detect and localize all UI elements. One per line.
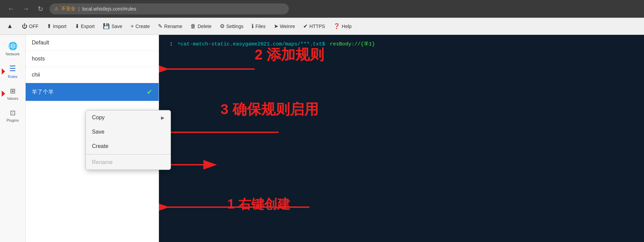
copy-label: Copy (92, 115, 105, 121)
delete-icon: 🗑 (190, 23, 196, 29)
plugins-label: Plugins (6, 118, 19, 122)
context-menu-save[interactable]: Save (86, 125, 171, 139)
forward-button[interactable]: → (21, 3, 31, 14)
files-icon: ℹ (252, 23, 254, 29)
delete-button[interactable]: 🗑 Delete (187, 21, 215, 31)
main-layout: 🌐 Network ☰ Rules ⊞ Values ⊡ Plugins Def… (0, 35, 644, 242)
toolbar: ▲ ⏻ OFF ⬆ Import ⬇ Export 💾 Save + Creat… (0, 18, 644, 35)
file-item-default[interactable]: Default (26, 35, 159, 51)
editor-line-1: 1 ^cat-match-static.easygame2021.com/map… (166, 40, 637, 49)
address-bar[interactable]: ⚠ 不安全 | local.whistlejs.com/#rules (50, 3, 289, 14)
https-button[interactable]: ✔ HTTPS (300, 21, 328, 31)
settings-icon: ⚙ (220, 23, 225, 29)
save-icon: 💾 (103, 23, 110, 29)
delete-label: Delete (198, 24, 211, 29)
help-button[interactable]: ❓ Help (330, 21, 355, 31)
weinre-label: Weinre (280, 24, 295, 29)
export-button[interactable]: ⬇ Export (71, 21, 98, 31)
security-label: 不安全 (61, 6, 76, 12)
plugins-icon: ⊡ (10, 109, 16, 117)
save-button[interactable]: 💾 Save (99, 21, 126, 31)
rename-button[interactable]: ✎ Rename (155, 21, 186, 31)
warning-icon: ⚠ (54, 6, 58, 11)
sidebar-item-values[interactable]: ⊞ Values (1, 83, 24, 104)
export-label: Export (81, 24, 95, 29)
step2-arrow-svg (159, 62, 268, 83)
line-number: 1 (166, 40, 173, 49)
rules-icon: ☰ (9, 64, 16, 73)
save-label: Save (111, 24, 122, 29)
annotation-step3: 3 确保规则启用 (220, 100, 319, 119)
help-label: Help (342, 24, 352, 29)
step1-arrow-svg (159, 200, 320, 221)
values-label: Values (7, 96, 18, 100)
network-icon: 🌐 (8, 42, 17, 51)
network-label: Network (6, 52, 19, 56)
rename-label: Rename (164, 24, 182, 29)
active-checkmark: ✔ (147, 88, 152, 96)
save-ctx-label: Save (92, 129, 104, 135)
context-menu-divider (86, 154, 171, 154)
create-button[interactable]: + Create (127, 21, 153, 31)
step3-arrow-svg (159, 125, 285, 146)
settings-button[interactable]: ⚙ Settings (216, 21, 247, 31)
context-menu-create[interactable]: Create (86, 139, 171, 153)
rename-ctx-label: Rename (92, 159, 112, 165)
sidebar-item-rules[interactable]: ☰ Rules (1, 61, 24, 82)
sidebar-item-network[interactable]: 🌐 Network (1, 38, 24, 59)
https-label: HTTPS (309, 24, 325, 29)
weinre-button[interactable]: ➤ Weinre (270, 21, 298, 31)
browser-chrome: ← → ↻ ⚠ 不安全 | local.whistlejs.com/#rules (0, 0, 644, 18)
power-off-button[interactable]: ⏻ OFF (18, 21, 42, 31)
create-ctx-label: Create (92, 143, 108, 149)
url-separator: | (78, 6, 80, 12)
back-button[interactable]: ← (5, 3, 16, 14)
help-icon: ❓ (333, 23, 340, 29)
copy-arrow-icon: ▶ (161, 115, 164, 120)
file-item-hosts[interactable]: hosts (26, 51, 159, 67)
line-code: ^cat-match-static.easygame2021.com/maps/… (177, 40, 325, 49)
values-arrow-indicator (2, 91, 5, 97)
files-button[interactable]: ℹ Files (248, 21, 269, 31)
context-menu-copy[interactable]: Copy ▶ (86, 110, 171, 125)
import-label: Import (53, 24, 67, 29)
values-icon: ⊞ (10, 87, 16, 95)
rules-arrow-indicator (2, 68, 5, 75)
file-item-sheep[interactable]: 羊了个羊 ✔ (26, 83, 159, 101)
create-label: Create (135, 24, 150, 29)
context-menu-rename[interactable]: Rename (86, 155, 171, 170)
file-item-chii[interactable]: chii (26, 67, 159, 83)
import-button[interactable]: ⬆ Import (43, 21, 70, 31)
import-icon: ⬆ (47, 23, 51, 29)
url-text: local.whistlejs.com/#rules (82, 6, 136, 12)
power-icon: ⏻ (22, 23, 27, 29)
settings-label: Settings (226, 24, 244, 29)
collapse-button[interactable]: ▲ (4, 21, 16, 32)
rules-label: Rules (8, 75, 17, 79)
sidebar: 🌐 Network ☰ Rules ⊞ Values ⊡ Plugins (0, 35, 26, 242)
reload-button[interactable]: ↻ (36, 3, 45, 14)
context-menu: Copy ▶ Save Create Rename (85, 110, 171, 170)
line-value: resBody://{羊1} (330, 40, 375, 49)
editor-area: 1 ^cat-match-static.easygame2021.com/map… (159, 35, 644, 242)
file-panel: Default hosts chii 羊了个羊 ✔ Copy ▶ Save (26, 35, 159, 242)
sidebar-item-plugins[interactable]: ⊡ Plugins (1, 105, 24, 126)
rename-icon: ✎ (158, 23, 162, 29)
create-icon: + (131, 23, 134, 29)
files-label: Files (255, 24, 266, 29)
https-icon: ✔ (303, 23, 308, 29)
weinre-icon: ➤ (274, 23, 278, 29)
off-label: OFF (29, 24, 39, 29)
export-icon: ⬇ (75, 23, 79, 29)
